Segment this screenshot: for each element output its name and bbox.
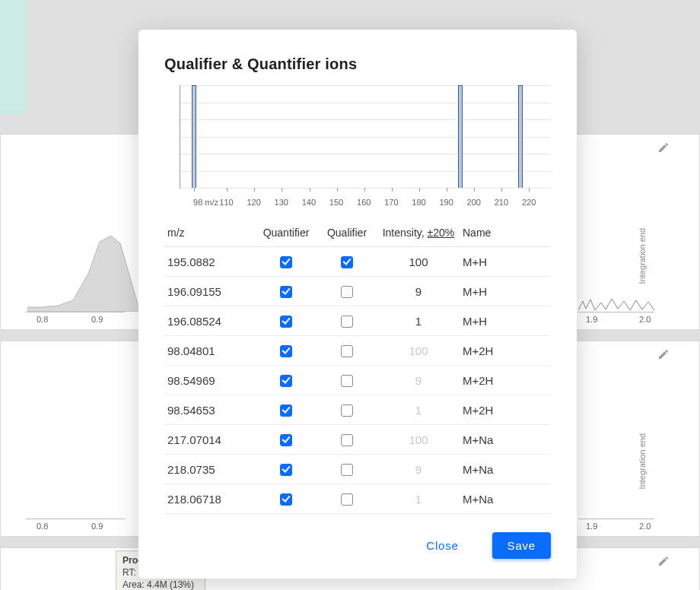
bg-tick: 0.8	[37, 522, 48, 531]
cell-intensity: 9	[377, 366, 460, 395]
close-button[interactable]: Close	[411, 532, 473, 559]
integration-end-label: Integration end	[638, 433, 647, 489]
table-row: 196.085241M+H	[164, 306, 551, 336]
cell-mz: 98.54653	[164, 395, 256, 425]
table-row: 217.07014100M+Na	[164, 425, 551, 455]
qualifier-checkbox[interactable]	[341, 493, 353, 506]
chart-tick-label: 180	[412, 198, 425, 207]
bg-tick: 2.0	[639, 522, 651, 531]
modal-footer: Close Save	[164, 532, 551, 559]
chart-tick-label: 120	[247, 198, 260, 207]
quantifier-checkbox[interactable]	[280, 316, 292, 328]
chart-tick-label: 210	[495, 198, 508, 207]
qualifier-checkbox[interactable]	[341, 256, 353, 268]
quantifier-checkbox[interactable]	[280, 434, 292, 446]
cell-mz: 98.04801	[164, 336, 256, 366]
bg-axis	[578, 519, 654, 519]
cell-name: M+2H	[460, 395, 551, 425]
cell-intensity: 9	[377, 277, 460, 306]
cell-mz: 195.0882	[164, 247, 256, 277]
quantifier-checkbox[interactable]	[280, 375, 292, 387]
peak-info-area: Area: 4.4M (13%)	[123, 579, 199, 590]
qualifier-checkbox[interactable]	[341, 316, 353, 328]
pencil-icon[interactable]	[657, 141, 670, 154]
qualifier-checkbox[interactable]	[341, 345, 353, 357]
chart-tick-label: 140	[302, 198, 316, 207]
col-name: Name	[460, 222, 551, 247]
bg-noise-shape	[578, 297, 654, 312]
cell-intensity: 9	[377, 455, 460, 484]
cell-name: M+Na	[460, 455, 551, 484]
chart-tick-label: 200	[467, 198, 481, 207]
cell-intensity: 100	[377, 336, 460, 366]
quantifier-checkbox[interactable]	[280, 464, 292, 476]
cell-mz: 218.0735	[164, 455, 256, 484]
chart-tick-label: 130	[275, 198, 288, 207]
cell-mz: 196.09155	[164, 277, 256, 306]
col-mz: m/z	[164, 222, 256, 247]
modal-title: Qualifier & Quantifier ions	[164, 56, 551, 73]
table-row: 98.549699M+2H	[164, 366, 551, 395]
bg-tick: 0.9	[91, 315, 103, 324]
cell-name: M+H	[460, 277, 551, 306]
cell-name: M+2H	[460, 366, 551, 395]
qualifier-quantifier-modal: Qualifier & Quantifier ions 98 m/z110120…	[138, 30, 577, 579]
cell-name: M+H	[460, 306, 551, 336]
ion-chart: 98 m/z1101201301401501601701801902002102…	[164, 85, 551, 207]
chart-tick-label: 110	[219, 198, 233, 207]
qualifier-checkbox[interactable]	[341, 434, 353, 446]
quantifier-checkbox[interactable]	[280, 345, 292, 357]
cell-name: M+H	[460, 247, 551, 277]
chart-tick-label: 220	[522, 198, 536, 207]
quantifier-checkbox[interactable]	[280, 256, 292, 268]
table-row: 98.04801100M+2H	[164, 336, 551, 366]
cell-intensity: 100	[377, 425, 460, 455]
table-row: 218.07359M+Na	[164, 455, 551, 484]
quantifier-checkbox[interactable]	[280, 493, 292, 506]
table-row: 98.546531M+2H	[164, 395, 551, 425]
cell-intensity: 100	[377, 247, 460, 277]
col-intensity: Intensity, ±20%	[377, 222, 460, 247]
table-row: 196.091559M+H	[164, 277, 551, 306]
pencil-icon[interactable]	[657, 555, 670, 567]
quantifier-checkbox[interactable]	[280, 404, 292, 417]
chart-tick-label: 190	[439, 198, 453, 207]
bg-tick: 1.9	[586, 522, 597, 531]
chart-bar	[518, 85, 523, 188]
bg-peak-shape	[27, 228, 142, 312]
table-row: 218.067181M+Na	[164, 484, 551, 514]
col-quantifier: Quantifier	[256, 222, 317, 247]
cell-intensity: 1	[377, 484, 460, 514]
bg-tick: 0.9	[91, 522, 103, 531]
cell-name: M+Na	[460, 425, 551, 455]
bg-axis	[578, 312, 654, 312]
qualifier-checkbox[interactable]	[341, 464, 353, 476]
pencil-icon[interactable]	[657, 348, 670, 360]
bg-tick: 0.8	[37, 315, 48, 324]
quantifier-checkbox[interactable]	[280, 286, 292, 298]
table-row: 195.0882100M+H	[164, 247, 551, 277]
cell-name: M+Na	[460, 484, 551, 514]
chart-tick-label: 170	[384, 198, 398, 207]
chart-tick-label: 160	[357, 198, 371, 207]
chart-bar	[192, 85, 196, 188]
bg-teal-strip	[0, 0, 26, 114]
cell-name: M+2H	[460, 336, 551, 366]
cell-intensity: 1	[377, 306, 460, 336]
qualifier-checkbox[interactable]	[341, 404, 353, 417]
bg-axis	[26, 519, 125, 519]
integration-end-label: Integration end	[638, 228, 647, 284]
qualifier-checkbox[interactable]	[341, 375, 353, 387]
bg-axis	[26, 312, 125, 312]
cell-mz: 196.08524	[164, 306, 256, 336]
col-qualifier: Qualifier	[317, 222, 377, 247]
qualifier-checkbox[interactable]	[341, 286, 353, 298]
bg-tick: 2.0	[639, 315, 651, 324]
save-button[interactable]: Save	[492, 532, 551, 559]
chart-tick-label: 150	[329, 198, 343, 207]
cell-mz: 98.54969	[164, 366, 256, 395]
cell-mz: 217.07014	[164, 425, 256, 455]
cell-mz: 218.06718	[164, 484, 256, 514]
chart-bar	[458, 85, 463, 188]
chart-tick-label: 98 m/z	[193, 198, 218, 207]
